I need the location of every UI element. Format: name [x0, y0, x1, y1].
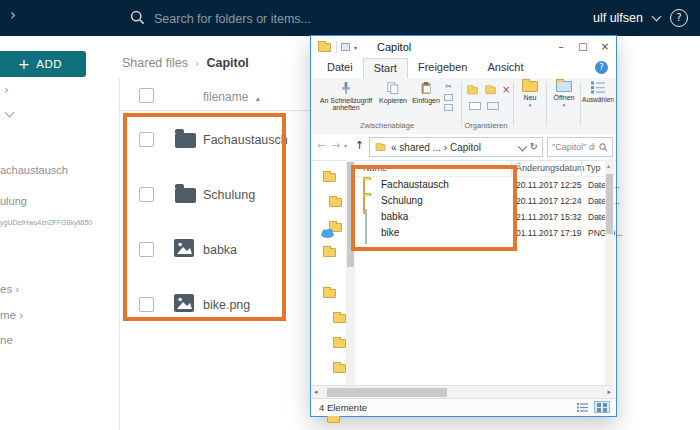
breadcrumb: Shared files › Capitol [122, 56, 249, 70]
file-name: babka [381, 211, 408, 222]
cut-icon[interactable]: ✂ [445, 83, 452, 91]
file-type: Dateio... [588, 180, 620, 190]
list-scrollbar-thumb[interactable] [606, 174, 613, 234]
nav-folder-icon[interactable] [333, 364, 346, 373]
nav-folder-icon[interactable] [329, 198, 342, 207]
nav-folder-icon[interactable] [323, 248, 336, 257]
list-scrollbar: ▴ [605, 160, 614, 385]
window-controls: – □ × [550, 36, 616, 57]
thumbnail-view-button[interactable] [594, 401, 610, 413]
select-icon [591, 81, 605, 94]
file-row-fachaustausch[interactable]: Fachaustausch [119, 112, 309, 167]
horizontal-scrollbar-thumb[interactable] [327, 388, 447, 397]
paste-shortcut-icon[interactable] [444, 104, 453, 111]
onedrive-cloud-icon[interactable] [320, 228, 335, 238]
address-dropdown-icon[interactable] [517, 141, 527, 151]
back-arrow-icon[interactable]: ← [317, 140, 326, 151]
close-button[interactable]: × [594, 36, 616, 57]
explorer-row-babka[interactable]: babka 21.11.2017 15:32 Datei [355, 209, 605, 225]
scroll-up-icon[interactable]: ▴ [607, 163, 610, 169]
nav-folder-icon[interactable] [333, 339, 346, 348]
sidebar-item-fachaustausch[interactable]: achaustausch [0, 164, 68, 176]
history-icon[interactable] [487, 102, 499, 110]
tab-start[interactable]: Start [363, 58, 408, 78]
sidebar-item-es[interactable]: es › [0, 283, 19, 295]
scroll-left-icon[interactable]: ◂ [314, 389, 318, 396]
select-button[interactable]: Auswählen [582, 81, 614, 103]
sidebar: › achaustausch ulung ygUDetHwu4zn2FFG8ky… [0, 78, 120, 430]
file-row-schulung[interactable]: Schulung [119, 167, 309, 222]
select-all-checkbox[interactable] [139, 88, 154, 103]
sidebar-item-token[interactable]: ygUDetHwu4zn2FFG8kyll850 [0, 219, 92, 226]
nav-scrollbar-thumb[interactable] [347, 162, 354, 267]
new-button[interactable]: Neu ▾ [516, 81, 544, 108]
move-to-icon[interactable] [467, 86, 477, 93]
chevron-down-icon[interactable] [652, 12, 662, 22]
column-type[interactable]: Typ [586, 163, 601, 173]
copy-to-icon[interactable] [485, 86, 495, 93]
copy-path-icon[interactable] [444, 94, 453, 101]
tree-expand-icon[interactable]: › [4, 83, 9, 96]
row-checkbox[interactable] [139, 187, 154, 202]
sidebar-item-ne[interactable]: ne [0, 334, 13, 346]
user-menu[interactable]: ulf ulfsen [593, 11, 643, 25]
tab-ansicht[interactable]: Ansicht [477, 58, 533, 78]
nav-collapse-icon[interactable]: › [10, 8, 16, 23]
column-name[interactable]: Name [363, 163, 387, 173]
column-header-filename[interactable]: filename ▴ [203, 90, 260, 104]
minimize-button[interactable]: – [550, 36, 572, 57]
file-row-babka[interactable]: babka [119, 222, 309, 277]
pin-quick-access-button[interactable]: An Schnellzugriff anheften [317, 81, 375, 111]
open-button[interactable]: Öffnen ▾ [549, 81, 579, 108]
search-input[interactable] [152, 8, 426, 30]
copy-icon [386, 81, 400, 95]
paste-button[interactable]: Einfügen [410, 81, 442, 104]
details-view-button[interactable] [574, 401, 590, 413]
explorer-search-box[interactable]: "Capitol" durchs... [547, 137, 613, 157]
open-dropdown-icon: ▾ [563, 103, 566, 108]
paste-icon [419, 81, 433, 95]
file-name: Schulung [203, 188, 255, 202]
explorer-row-fachaustausch[interactable]: Fachaustausch 20.11.2017 12:25 Dateio... [355, 177, 605, 193]
forward-arrow-icon[interactable]: → [331, 140, 340, 151]
add-button-label: ADD [36, 58, 62, 70]
sidebar-item-me[interactable]: me › [0, 309, 23, 321]
thumbnail-view-icon [597, 403, 607, 412]
tree-collapse-icon[interactable] [5, 108, 15, 118]
quick-access-icon[interactable] [341, 43, 350, 51]
maximize-button[interactable]: □ [572, 36, 594, 57]
column-date[interactable]: Änderungsdatum [516, 163, 585, 173]
explorer-row-schulung[interactable]: Schulung 20.11.2017 12:24 Dateio... [355, 193, 605, 209]
tab-freigeben[interactable]: Freigeben [408, 58, 478, 78]
help-icon[interactable]: ? [670, 9, 688, 27]
select-label: Auswählen [582, 96, 614, 103]
recent-dropdown-icon[interactable]: ▾ [344, 143, 347, 149]
refresh-icon[interactable]: ↻ [530, 142, 538, 152]
sidebar-item-schulung[interactable]: ulung [0, 195, 27, 207]
row-checkbox[interactable] [139, 242, 154, 257]
scroll-right-icon[interactable]: ▸ [607, 389, 611, 396]
explorer-row-bike[interactable]: bike 01.11.2017 17:19 PNG-D... [355, 225, 605, 241]
rename-icon[interactable] [469, 102, 481, 110]
explorer-help-icon[interactable]: ? [595, 61, 608, 74]
address-bar[interactable]: « shared ... › Capitol ↻ [369, 137, 543, 157]
nav-folder-icon[interactable] [323, 289, 336, 298]
quick-access-dropdown-icon[interactable]: ▾ [354, 45, 357, 51]
copy-button[interactable]: Kopieren [378, 81, 408, 104]
up-arrow-icon[interactable]: ↑ [355, 140, 364, 151]
nav-folder-icon[interactable] [333, 314, 346, 323]
add-button[interactable]: + ADD [0, 51, 86, 77]
list-header: Name Änderungsdatum Typ [355, 160, 605, 177]
tab-datei[interactable]: Datei [317, 58, 363, 78]
row-checkbox[interactable] [139, 297, 154, 312]
delete-icon[interactable]: × [502, 85, 510, 95]
window-folder-icon [318, 43, 331, 52]
nav-folder-icon[interactable] [323, 173, 336, 182]
file-row-bike[interactable]: bike.png [119, 277, 309, 332]
open-label: Öffnen [554, 94, 575, 101]
new-folder-icon [522, 81, 538, 92]
row-checkbox[interactable] [139, 132, 154, 147]
paste-label: Einfügen [412, 97, 440, 104]
breadcrumb-root[interactable]: Shared files [122, 56, 188, 70]
image-icon [174, 239, 194, 257]
